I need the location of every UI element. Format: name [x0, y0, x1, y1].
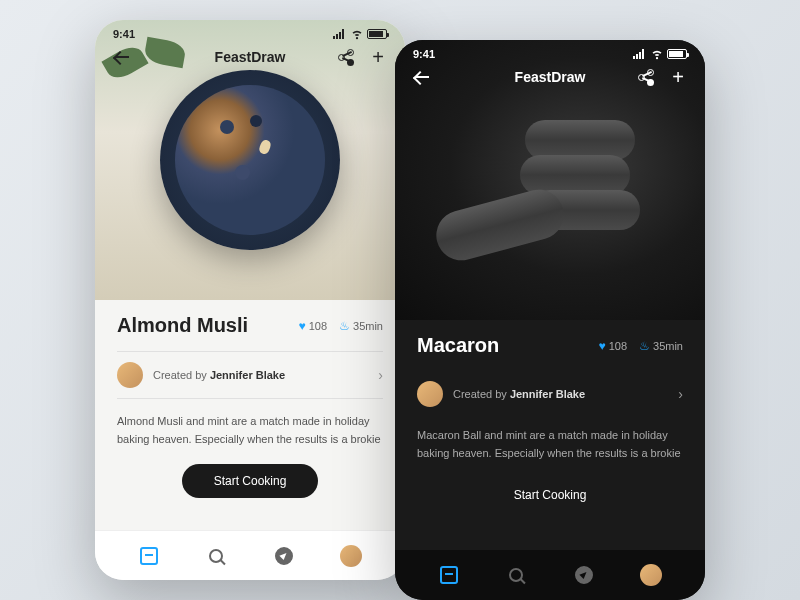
likes-stat[interactable]: ♥108	[299, 319, 327, 333]
share-button[interactable]	[637, 68, 655, 86]
author-row[interactable]: Created by Jennifer Blake ›	[417, 371, 683, 417]
home-icon	[140, 547, 158, 565]
time-stat: ♨35min	[339, 319, 383, 333]
wifi-icon	[651, 48, 663, 60]
likes-stat[interactable]: ♥108	[599, 339, 627, 353]
add-button[interactable]: +	[669, 68, 687, 86]
phone-dark-theme: 9:41 FeastDraw + Macaron ♥108 ♨35min	[395, 40, 705, 600]
heart-icon: ♥	[299, 319, 306, 333]
flame-icon: ♨	[339, 319, 350, 333]
back-button[interactable]	[413, 68, 431, 86]
tab-explore[interactable]	[272, 544, 296, 568]
author-name: Jennifer Blake	[210, 369, 285, 381]
author-row[interactable]: Created by Jennifer Blake ›	[117, 351, 383, 399]
status-time: 9:41	[413, 48, 435, 60]
chevron-right-icon: ›	[378, 367, 383, 383]
tab-home[interactable]	[137, 544, 161, 568]
status-bar: 9:41	[395, 48, 705, 60]
heart-icon: ♥	[599, 339, 606, 353]
tab-search[interactable]	[504, 563, 528, 587]
author-avatar	[417, 381, 443, 407]
start-cooking-button[interactable]: Start Cooking	[182, 464, 319, 498]
wifi-icon	[351, 28, 363, 40]
author-avatar	[117, 362, 143, 388]
phone-light-theme: 9:41 FeastDraw + Almond Musli ♥108 ♨35mi…	[95, 20, 405, 580]
tab-bar	[395, 550, 705, 600]
tab-search[interactable]	[204, 544, 228, 568]
recipe-description: Almond Musli and mint are a match made i…	[117, 413, 383, 448]
flame-icon: ♨	[639, 339, 650, 353]
recipe-hero-image: 9:41 FeastDraw +	[95, 20, 405, 300]
tab-explore[interactable]	[572, 563, 596, 587]
share-button[interactable]	[337, 48, 355, 66]
app-title: FeastDraw	[515, 69, 586, 85]
app-title: FeastDraw	[215, 49, 286, 65]
home-icon	[440, 566, 458, 584]
recipe-title: Macaron	[417, 334, 499, 357]
recipe-title: Almond Musli	[117, 314, 248, 337]
start-cooking-button[interactable]: Start Cooking	[482, 478, 619, 512]
search-icon	[209, 549, 223, 563]
battery-icon	[667, 49, 687, 59]
status-bar: 9:41	[95, 28, 405, 40]
tab-home[interactable]	[437, 563, 461, 587]
add-button[interactable]: +	[369, 48, 387, 66]
back-button[interactable]	[113, 48, 131, 66]
battery-icon	[367, 29, 387, 39]
compass-icon	[575, 566, 593, 584]
profile-avatar-icon	[640, 564, 662, 586]
profile-avatar-icon	[340, 545, 362, 567]
search-icon	[509, 568, 523, 582]
signal-icon	[333, 29, 347, 39]
nav-bar: FeastDraw +	[95, 48, 405, 66]
recipe-description: Macaron Ball and mint are a match made i…	[417, 427, 683, 462]
chevron-right-icon: ›	[678, 386, 683, 402]
signal-icon	[633, 49, 647, 59]
compass-icon	[275, 547, 293, 565]
author-name: Jennifer Blake	[510, 388, 585, 400]
tab-bar	[95, 530, 405, 580]
recipe-hero-image: 9:41 FeastDraw +	[395, 40, 705, 320]
status-time: 9:41	[113, 28, 135, 40]
nav-bar: FeastDraw +	[395, 68, 705, 86]
time-stat: ♨35min	[639, 339, 683, 353]
tab-profile[interactable]	[339, 544, 363, 568]
tab-profile[interactable]	[639, 563, 663, 587]
